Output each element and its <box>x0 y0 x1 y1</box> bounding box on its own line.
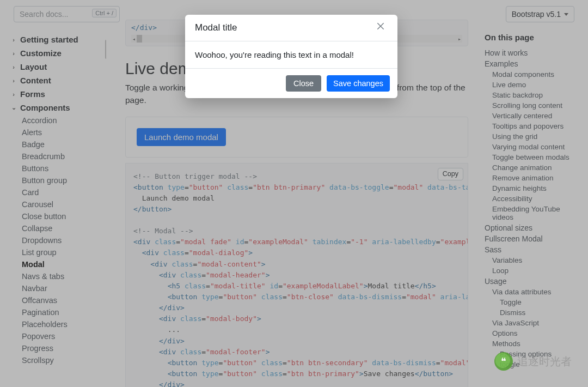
modal-body: Woohoo, you're reading this text in a mo… <box>185 41 397 69</box>
close-icon[interactable] <box>377 22 388 33</box>
modal-footer: Close Save changes <box>185 69 397 98</box>
wechat-icon: ❝ <box>494 352 513 371</box>
page-root: Ctrl + / Bootstrap v5.1 ›Getting started… <box>0 0 588 387</box>
modal-header: Modal title <box>185 15 397 41</box>
modal-save-button[interactable]: Save changes <box>327 75 390 92</box>
watermark-text: 追逐时光者 <box>517 354 572 369</box>
watermark: ❝ 追逐时光者 <box>494 352 572 371</box>
modal-title: Modal title <box>195 22 237 33</box>
modal-dialog: Modal title Woohoo, you're reading this … <box>185 15 397 98</box>
modal-close-button[interactable]: Close <box>286 75 321 92</box>
